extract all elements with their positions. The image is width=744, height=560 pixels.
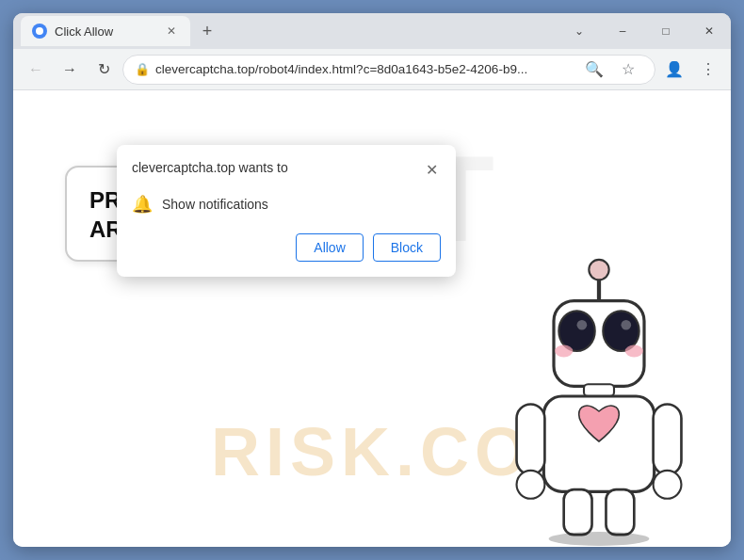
svg-point-3: [558, 311, 594, 351]
watermark-risk: RISK.CO: [211, 413, 533, 490]
svg-point-7: [555, 345, 573, 358]
search-icon[interactable]: 🔍: [579, 55, 609, 85]
tab-favicon: [32, 24, 47, 39]
block-button[interactable]: Block: [373, 233, 441, 262]
account-icon[interactable]: 👤: [659, 55, 689, 85]
svg-point-4: [603, 311, 639, 351]
robot-image: [495, 246, 703, 547]
menu-icon[interactable]: ⋮: [693, 55, 723, 85]
svg-point-8: [625, 345, 643, 358]
permission-text: Show notifications: [162, 197, 268, 212]
tab-close-button[interactable]: ✕: [164, 24, 179, 39]
bell-icon: 🔔: [132, 194, 153, 215]
page-content: PCT RISK.CO PROVE YOU ARE NOT A ROBOT!: [13, 90, 731, 547]
allow-button[interactable]: Allow: [296, 233, 363, 262]
lock-icon: 🔒: [135, 62, 150, 76]
minimize-button[interactable]: –: [601, 16, 644, 46]
svg-rect-9: [584, 384, 614, 396]
bookmark-icon[interactable]: ☆: [613, 55, 643, 85]
active-tab[interactable]: Click Allow ✕: [21, 16, 190, 46]
svg-point-17: [549, 532, 650, 546]
popup-close-button[interactable]: ✕: [422, 160, 441, 179]
svg-point-13: [517, 471, 545, 499]
svg-rect-15: [564, 489, 592, 535]
browser-window: Click Allow ✕ + ⌄ – □ ✕ ← → ↻ 🔒 cleverca…: [13, 13, 731, 547]
svg-rect-16: [606, 489, 634, 535]
svg-point-1: [589, 260, 608, 280]
notification-popup: clevercaptcha.top wants to ✕ 🔔 Show noti…: [117, 145, 456, 277]
popup-header: clevercaptcha.top wants to ✕: [132, 160, 441, 179]
chevron-down-button[interactable]: ⌄: [558, 16, 601, 46]
address-bar-icons: 🔍 ☆: [579, 55, 643, 85]
popup-buttons: Allow Block: [132, 233, 441, 262]
svg-point-5: [577, 320, 588, 330]
tab-title: Click Allow: [55, 24, 156, 39]
svg-point-14: [654, 471, 682, 499]
toolbar: ← → ↻ 🔒 clevercaptcha.top/robot4/index.h…: [13, 49, 731, 90]
svg-point-6: [621, 320, 631, 330]
new-tab-button[interactable]: +: [194, 18, 220, 44]
tabs-bar: Click Allow ✕ + ⌄ – □ ✕: [13, 13, 731, 49]
popup-title: clevercaptcha.top wants to: [132, 160, 288, 175]
back-button[interactable]: ←: [21, 55, 51, 85]
address-bar[interactable]: 🔒 clevercaptcha.top/robot4/index.html?c=…: [122, 55, 655, 85]
maximize-button[interactable]: □: [644, 16, 687, 46]
close-button[interactable]: ✕: [687, 16, 731, 46]
forward-button[interactable]: →: [55, 55, 85, 85]
url-text: clevercaptcha.top/robot4/index.html?c=8d…: [155, 62, 574, 76]
refresh-button[interactable]: ↻: [89, 55, 119, 85]
svg-rect-12: [654, 405, 682, 475]
svg-rect-11: [517, 405, 545, 475]
popup-permission-row: 🔔 Show notifications: [132, 190, 441, 218]
